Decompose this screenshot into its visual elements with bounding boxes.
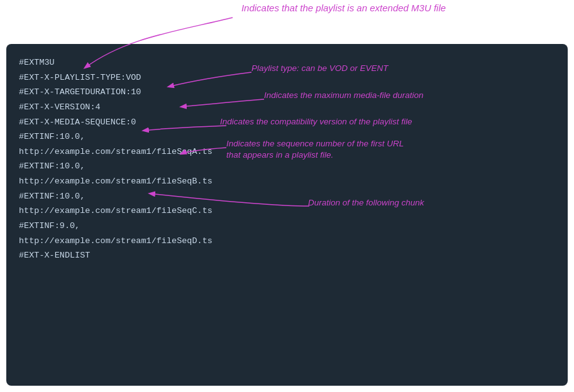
code-line-extinf4: #EXTINF:9.0, bbox=[19, 219, 555, 234]
annotation-media-sequence: Indicates the sequence number of the fir… bbox=[226, 138, 404, 160]
code-line-version: #EXT-X-VERSION:4 bbox=[19, 100, 555, 115]
code-line-extinf3: #EXTINF:10.0, bbox=[19, 189, 555, 204]
code-line-url3: http://example.com/stream1/fileSeqC.ts bbox=[19, 204, 555, 219]
code-line-endlist: #EXT-X-ENDLIST bbox=[19, 248, 555, 263]
page-container: Indicates that the playlist is an extend… bbox=[0, 0, 574, 392]
code-line-extinf2: #EXTINF:10.0, bbox=[19, 159, 555, 174]
code-line-url4: http://example.com/stream1/fileSeqD.ts bbox=[19, 234, 555, 249]
annotation-extinf: Duration of the following chunk bbox=[308, 197, 424, 209]
annotation-version: Indicates the compatibility version of t… bbox=[220, 116, 412, 128]
code-line-url2: http://example.com/stream1/fileSeqB.ts bbox=[19, 174, 555, 189]
annotation-playlist-type: Playlist type: can be VOD or EVENT bbox=[251, 63, 389, 74]
annotation-target-duration: Indicates the maximum media-file duratio… bbox=[264, 90, 424, 101]
top-annotation: Indicates that the playlist is an extend… bbox=[113, 3, 574, 13]
